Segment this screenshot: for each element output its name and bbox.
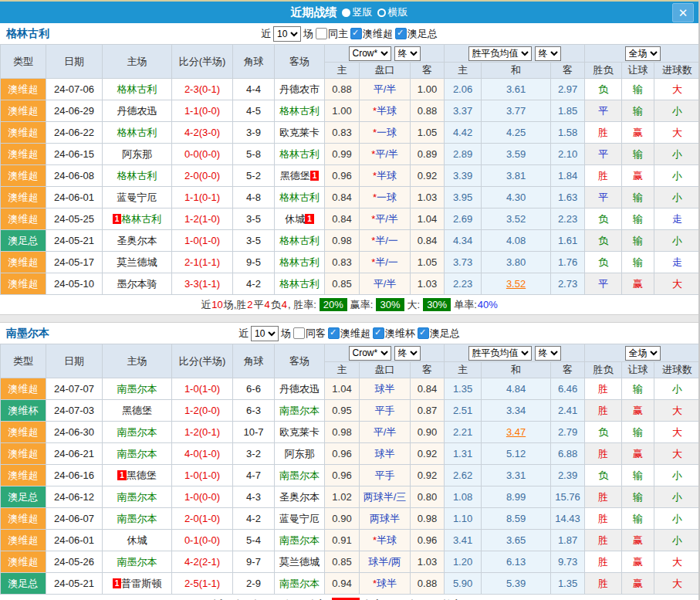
away-team-cell: 蓝曼宁厄 xyxy=(275,508,325,530)
corner-cell: 5-2 xyxy=(233,165,275,187)
date-text: 24-05-17 xyxy=(54,256,94,268)
avg-away-odds: 2.10 xyxy=(558,148,577,160)
radio-unselected-icon[interactable] xyxy=(377,8,386,17)
date-text: 24-06-30 xyxy=(54,426,94,438)
corner-cell: 4-5 xyxy=(233,100,275,122)
final-odds-select[interactable]: 终 xyxy=(394,46,421,61)
away-odds-cell: 1.03 xyxy=(411,273,445,295)
same-venue-checkbox[interactable] xyxy=(293,327,305,339)
avg-final-select[interactable]: 终 xyxy=(535,346,561,361)
match-date: 24-05-26 xyxy=(46,551,103,573)
away-team-name: 南墨尔本 xyxy=(279,578,320,589)
goals-result: 大 xyxy=(672,405,682,416)
home-team-name: 休城 xyxy=(127,534,147,546)
recent-count-select[interactable]: 10 xyxy=(273,26,301,42)
league-filter-澳足总[interactable]: 澳足总 xyxy=(418,327,460,341)
column-header-date: 日期 xyxy=(46,344,103,378)
handicap-cell: *半球 xyxy=(360,100,411,122)
same-venue-filter[interactable]: 同客 xyxy=(293,327,326,341)
league-filter-澳维杯[interactable]: 澳维杯 xyxy=(373,327,415,341)
avg-final-select[interactable]: 终 xyxy=(535,46,561,61)
avg-home-cell: 3.37 xyxy=(445,100,482,122)
corner-cell: 3-5 xyxy=(233,208,275,230)
summary-part: 近 xyxy=(213,598,223,600)
handicap-result: 赢 xyxy=(633,448,643,459)
league-label: 澳维超 xyxy=(363,27,393,41)
league-badge: 澳维杯 xyxy=(1,400,46,422)
away-team-name: 格林古利 xyxy=(279,235,320,246)
home-team-cell: 南墨尔本 xyxy=(103,508,172,530)
goals-result: 大 xyxy=(672,448,682,459)
match-row: 澳维超24-06-15阿东那0-0(0-0)5-8格林古利0.99*平/半0.8… xyxy=(1,144,700,165)
home-odds-cell: 0.98 xyxy=(325,230,360,252)
home-team-name: 南墨尔本 xyxy=(117,491,157,503)
avg-odds-select[interactable]: 胜平负均值 xyxy=(468,46,532,61)
full-match-select[interactable]: 全场 xyxy=(625,346,661,361)
handicap-cell: *一球 xyxy=(360,122,411,144)
full-match-header: 全场 xyxy=(585,45,700,63)
avg-draw-link[interactable]: 3.47 xyxy=(506,426,526,438)
handicap-cell: 平/半 xyxy=(360,273,411,295)
avg-away-cell: 1.76 xyxy=(551,252,585,273)
handicap-text: 球半 xyxy=(377,578,397,589)
match-date: 24-07-07 xyxy=(46,378,103,400)
avg-draw-cell: 3.65 xyxy=(482,530,551,551)
home-team-cell: 南墨尔本 xyxy=(103,551,172,573)
layout-option-vertical[interactable]: 竖版 xyxy=(342,5,373,19)
league-checkbox[interactable] xyxy=(328,327,340,339)
handicap-cell: *球半 xyxy=(360,573,411,595)
away-team-name: 格林古利 xyxy=(279,278,320,290)
layout-option-horizontal[interactable]: 横版 xyxy=(377,5,408,19)
match-date: 24-07-06 xyxy=(46,79,103,100)
recent-count-select[interactable]: 10 xyxy=(251,326,279,341)
avg-home-odds: 2.51 xyxy=(453,405,472,416)
handicap-cell: *平/半 xyxy=(360,144,411,165)
handicap-cell: 平/半 xyxy=(360,422,411,443)
league-filter-澳维超[interactable]: 澳维超 xyxy=(350,27,393,41)
same-venue-filter[interactable]: 同主 xyxy=(316,27,348,41)
radio-selected-icon[interactable] xyxy=(342,8,350,17)
close-button[interactable]: ✕ xyxy=(672,3,694,22)
final-odds-select[interactable]: 终 xyxy=(394,346,421,361)
match-date: 24-06-21 xyxy=(46,443,103,465)
away-odds-cell: 0.84 xyxy=(411,378,445,400)
avg-away-cell: 6.46 xyxy=(551,378,585,400)
match-result: 胜 xyxy=(598,405,608,416)
avg-away-odds: 1.58 xyxy=(558,127,577,138)
result-cell: 平 xyxy=(585,100,622,122)
avg-away-cell: 2.39 xyxy=(551,465,585,486)
league-checkbox[interactable] xyxy=(350,28,362,39)
avg-away-odds: 2.97 xyxy=(558,83,577,95)
home-odds: 0.90 xyxy=(332,513,351,524)
red-card-badge: 1 xyxy=(113,578,122,588)
home-odds-cell: 0.94 xyxy=(325,573,360,595)
league-name: 澳维超 xyxy=(8,278,39,290)
league-filter-澳维超[interactable]: 澳维超 xyxy=(328,327,370,341)
league-checkbox[interactable] xyxy=(418,327,429,339)
avg-home-odds: 1.35 xyxy=(453,383,472,395)
league-filter-澳足总[interactable]: 澳足总 xyxy=(395,27,438,41)
same-venue-checkbox[interactable] xyxy=(316,28,327,39)
column-header-avg_a: 客 xyxy=(551,63,585,79)
result-cell: 胜 xyxy=(585,165,622,187)
full-match-select[interactable]: 全场 xyxy=(625,46,661,61)
bookmaker-select[interactable]: Crow* xyxy=(349,46,391,61)
avg-draw-cell: 4.84 xyxy=(482,378,551,400)
goals-result-cell: 小 xyxy=(654,378,700,400)
handicap-text: 两球半 xyxy=(370,513,400,524)
away-odds: 1.03 xyxy=(418,278,437,290)
match-date: 24-06-07 xyxy=(46,508,103,530)
handicap-result-cell: 输 xyxy=(622,486,654,508)
home-team-cell: 莫兰德城 xyxy=(103,252,172,273)
home-odds: 1.04 xyxy=(332,383,351,395)
match-date: 24-06-29 xyxy=(46,100,103,122)
avg-odds-select[interactable]: 胜平负均值 xyxy=(468,346,532,361)
section-separator xyxy=(0,314,698,323)
avg-draw-link[interactable]: 3.52 xyxy=(506,278,526,290)
away-team-name: 蓝曼宁厄 xyxy=(279,513,320,524)
league-checkbox[interactable] xyxy=(373,327,384,339)
handicap-result: 输 xyxy=(633,491,643,503)
bookmaker-select[interactable]: Crow* xyxy=(349,346,391,361)
away-odds: 0.89 xyxy=(418,148,437,160)
league-checkbox[interactable] xyxy=(395,28,407,39)
